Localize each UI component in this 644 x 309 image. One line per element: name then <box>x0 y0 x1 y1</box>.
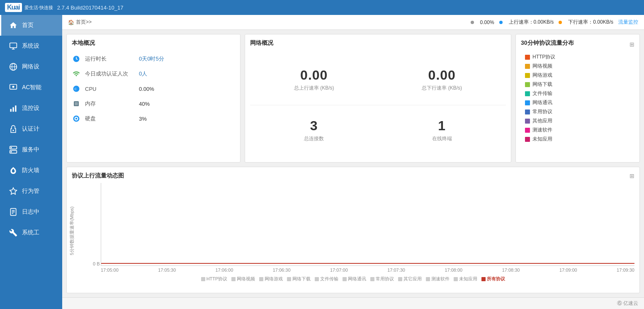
local-stats-list: 运行时长 0天0时5分 今日成功认证人次 0人 C CPU 0.00% 内存 4… <box>72 54 235 123</box>
sidebar-item-home[interactable]: 首页 <box>0 15 62 36</box>
sidebar-item-logs[interactable]: 日志中 <box>0 202 62 222</box>
svg-point-11 <box>12 130 14 131</box>
protocol-legend-item-3: 网络下载 <box>525 81 634 88</box>
protocol-legend-item-1: 网络视频 <box>525 63 634 70</box>
svg-rect-8 <box>10 109 12 112</box>
protocol-panel-title: 30分钟协议流量分布 <box>521 39 574 49</box>
sidebar-item-network-settings[interactable]: 网络设 <box>0 56 62 77</box>
sidebar-label-logs: 日志中 <box>22 208 39 216</box>
chart-legend-item-3[interactable]: 网络下载 <box>287 276 311 282</box>
chart-legend-item-0[interactable]: HTTP协议 <box>201 276 228 282</box>
upload-rate-label: 总上行速率 (KB/s) <box>294 85 334 92</box>
protocol-legend-item-4: 文件传输 <box>525 90 634 97</box>
sidebar-icon-flow-control <box>9 104 18 113</box>
sidebar-icon-ac-smart <box>9 83 18 92</box>
protocol-legend-item-5: 网络通讯 <box>525 99 634 106</box>
status-percent: 0.00% <box>480 19 494 25</box>
chart-legend-dot-1 <box>231 277 236 281</box>
chart-x-label-8: 17:09:00 <box>559 268 577 273</box>
svg-rect-0 <box>10 43 17 48</box>
chart-legend-item-1[interactable]: 网络视频 <box>231 276 255 282</box>
sidebar-item-ac-smart[interactable]: AC智能 <box>0 77 62 98</box>
traffic-monitor-link[interactable]: 流量监控 <box>618 19 638 26</box>
sidebar-label-auth: 认证计 <box>22 125 39 133</box>
local-stat-row-4: 硬盘 3% <box>72 114 235 123</box>
legend-label-3: 网络下载 <box>532 81 552 88</box>
download-rate-label: 总下行速率 (KB/s) <box>422 85 462 92</box>
svg-rect-10 <box>15 105 16 112</box>
local-overview-panel: 本地概况 运行时长 0天0时5分 今日成功认证人次 0人 C CPU 0.00%… <box>66 34 241 163</box>
chart-legend-dot-9 <box>454 277 458 281</box>
chart-legend-dot-2 <box>259 277 263 281</box>
sidebar-icon-behavior <box>9 187 18 196</box>
online-terminals-value: 1 <box>438 118 446 134</box>
logo: Kuai 爱生活·快连接 <box>5 3 53 12</box>
chart-x-label-6: 17:08:00 <box>445 268 462 273</box>
legend-dot-5 <box>525 100 530 105</box>
chart-legend-item-6[interactable]: 常用协议 <box>370 276 394 282</box>
chart-legend-dot-10 <box>481 277 486 281</box>
sidebar-icon-system-settings <box>9 41 18 51</box>
logo-box: Kuai <box>5 3 22 12</box>
protocol-legend-item-9: 未知应用 <box>525 136 634 143</box>
sidebar-icon-tools <box>9 228 18 237</box>
local-stat-label-2: CPU <box>85 86 135 92</box>
chart-title: 协议上行流量动态图 <box>72 172 124 180</box>
chart-legend-item-10[interactable]: 所有协议 <box>481 276 505 282</box>
chart-header: 协议上行流量动态图 ⊞ <box>72 172 634 180</box>
local-stat-row-2: C CPU 0.00% <box>72 84 235 93</box>
chart-legend-label-0: HTTP协议 <box>207 276 228 282</box>
download-rate-value: 0.00 <box>428 68 456 83</box>
chart-x-axis: 17:05:0017:05:3017:06:0017:06:3017:07:00… <box>101 266 634 273</box>
total-connections-cell: 3 总连接数 <box>250 105 378 156</box>
sidebar-label-flow-control: 流控设 <box>22 105 39 112</box>
chart-expand-icon[interactable]: ⊞ <box>629 173 634 179</box>
chart-x-label-4: 17:07:00 <box>330 268 348 273</box>
local-stat-icon-2: C <box>72 84 81 93</box>
title-bar: Kuai 爱生活·快连接 2.7.4 Build20170414-10_17 <box>0 0 644 15</box>
total-connections-label: 总连接数 <box>304 135 324 142</box>
chart-legend-label-10: 所有协议 <box>487 276 505 282</box>
chart-legend-item-5[interactable]: 网络通讯 <box>343 276 366 282</box>
sidebar-item-auth[interactable]: 认证计 <box>0 119 62 139</box>
sidebar-label-behavior: 行为管 <box>22 187 39 195</box>
local-stat-label-4: 硬盘 <box>85 115 135 122</box>
legend-dot-8 <box>525 128 530 133</box>
sidebar-item-behavior[interactable]: 行为管 <box>0 181 62 202</box>
sidebar-item-flow-control[interactable]: 流控设 <box>0 98 62 119</box>
legend-label-2: 网络游戏 <box>532 72 552 79</box>
expand-icon[interactable]: ⊞ <box>629 41 634 48</box>
chart-legend-dot-5 <box>343 277 347 281</box>
chart-legend-label-5: 网络通讯 <box>348 276 366 282</box>
sidebar-item-tools[interactable]: 系统工 <box>0 222 62 243</box>
legend-dot-6 <box>525 109 530 114</box>
protocol-panel-header: 30分钟协议流量分布 ⊞ <box>521 39 634 49</box>
chart-legend-item-8[interactable]: 测速软件 <box>426 276 450 282</box>
sidebar-item-firewall[interactable]: 防火墙 <box>0 160 62 181</box>
sidebar-label-home: 首页 <box>22 22 34 29</box>
legend-dot-7 <box>525 119 530 124</box>
chart-legend-dot-4 <box>315 277 319 281</box>
sidebar-item-system-settings[interactable]: 系统设 <box>0 36 62 56</box>
chart-x-label-9: 17:09:30 <box>617 268 634 273</box>
legend-dot-4 <box>525 91 530 96</box>
chart-legend-item-7[interactable]: 其它应用 <box>398 276 422 282</box>
sidebar-label-tools: 系统工 <box>22 229 39 236</box>
app-layout: 首页系统设网络设AC智能流控设认证计服务中防火墙行为管日志中系统工 🏠 首页>>… <box>0 15 644 309</box>
chart-x-label-2: 17:06:00 <box>215 268 233 273</box>
legend-dot-1 <box>525 64 530 69</box>
legend-label-5: 网络通讯 <box>532 99 552 106</box>
chart-y-axis-label: 5分钟数据量速率(Mbps) <box>69 206 75 256</box>
chart-legend-item-9[interactable]: 未知应用 <box>454 276 477 282</box>
chart-legend-item-4[interactable]: 文件传输 <box>315 276 338 282</box>
local-stat-label-1: 今日成功认证人次 <box>85 70 135 78</box>
download-rate: 下行速率：0.00KB/s <box>568 19 613 26</box>
sidebar-item-service[interactable]: 服务中 <box>0 139 62 160</box>
sidebar: 首页系统设网络设AC智能流控设认证计服务中防火墙行为管日志中系统工 <box>0 15 62 309</box>
chart-legend-item-2[interactable]: 网络游戏 <box>259 276 283 282</box>
protocol-distribution-panel: 30分钟协议流量分布 ⊞ HTTP协议网络视频网络游戏网络下载文件传输网络通讯常… <box>515 34 640 163</box>
legend-label-7: 其他应用 <box>532 117 552 124</box>
status-dot-gray <box>471 21 474 24</box>
bottom-bar: ⑥ 亿速云 <box>62 297 644 309</box>
chart-legend-label-6: 常用协议 <box>376 276 394 282</box>
